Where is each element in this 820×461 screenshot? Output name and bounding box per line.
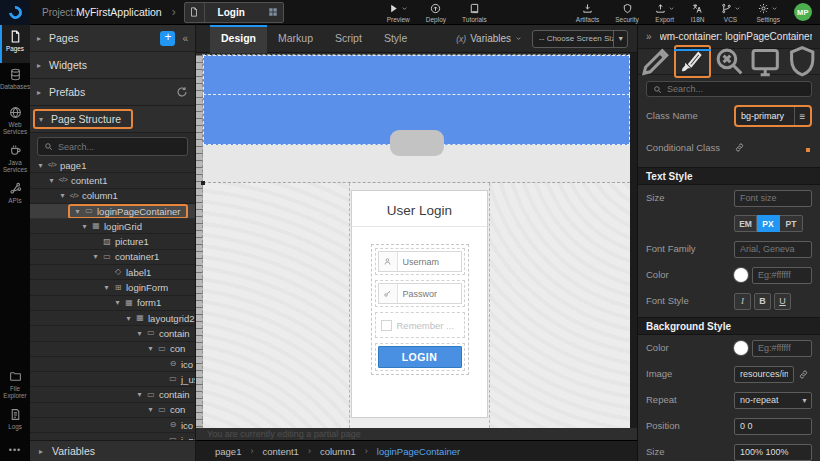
activity-item-databases[interactable]: Databases [0, 63, 30, 101]
tree-item-j_pa[interactable]: ▭j_pa [30, 433, 195, 440]
font-size-input[interactable] [734, 190, 812, 207]
editor-tab-script[interactable]: Script [324, 25, 373, 53]
chevron-down-icon[interactable]: ▾ [134, 390, 145, 399]
picture-placeholder[interactable] [390, 130, 444, 156]
tree-item-loginGrid[interactable]: ▾▦loginGrid [30, 219, 195, 234]
canvas-scrollbar-gutter[interactable] [630, 53, 637, 428]
section-prefabs[interactable]: ▸ Prefabs [30, 79, 195, 106]
section-pages[interactable]: ▸ Pages + « [30, 25, 195, 52]
tree-item-content1[interactable]: ▾</>content1 [30, 173, 195, 188]
section-page-structure[interactable]: ▾ Page Structure [30, 106, 195, 133]
activity-item-java-services[interactable]: Java Services [0, 139, 30, 177]
font-family-input[interactable] [734, 241, 812, 258]
variables-section[interactable]: ▸ Variables [30, 440, 195, 461]
login-page-container-header[interactable] [203, 55, 630, 95]
preview-button[interactable]: Preview [379, 0, 418, 25]
activity-item-web-services[interactable]: Web Services [0, 101, 30, 139]
tree-item-container1[interactable]: ▾▭container1 [30, 250, 195, 265]
inspector-tab-device[interactable] [747, 49, 783, 74]
font-style-button-i[interactable]: I [734, 293, 751, 310]
breadcrumb-item-loginPageContainer[interactable]: loginPageContainer [377, 446, 460, 457]
chevron-down-icon[interactable]: ▾ [145, 344, 156, 353]
activity-item-pages[interactable]: Pages [0, 25, 30, 63]
tree-item-con[interactable]: ▾▭con [30, 403, 195, 418]
text-color-swatch[interactable] [734, 268, 748, 282]
grid-layout-icon[interactable] [263, 3, 283, 22]
remember-me-checkbox[interactable] [381, 320, 392, 331]
inspector-tab-styles[interactable] [674, 49, 710, 74]
canvas-left-column[interactable] [203, 183, 350, 428]
unit-button-px[interactable]: PX [757, 215, 780, 232]
tutorials-button[interactable]: Tutorials [454, 0, 495, 25]
chevron-down-icon[interactable]: ▾ [79, 222, 90, 231]
breadcrumb-item-content1[interactable]: content1 [262, 446, 298, 457]
tree-item-layoutgrid2[interactable]: ▾▦layoutgrid2 [30, 311, 195, 326]
login-button[interactable]: LOGIN [378, 346, 462, 368]
chevron-down-icon[interactable]: ▾ [57, 191, 68, 200]
security-button[interactable]: Security [607, 0, 646, 25]
chevron-down-icon[interactable]: ▾ [134, 329, 145, 338]
add-page-button[interactable]: + [160, 31, 175, 46]
bg-repeat-select[interactable]: no-repeat ▼ [734, 392, 812, 409]
page-tab-login[interactable]: Login [184, 2, 284, 23]
settings-button[interactable]: Settings [749, 0, 789, 25]
tree-item-ico[interactable]: ⊖ico [30, 418, 195, 433]
activity-item-logs[interactable]: Logs [0, 403, 30, 441]
screen-size-select[interactable]: -- Choose Screen Size -- ▼ [532, 30, 628, 48]
collapse-panel-icon[interactable]: » [646, 31, 652, 42]
username-field-row[interactable] [375, 248, 465, 275]
tree-item-loginForm[interactable]: ▾⊞loginForm [30, 280, 195, 295]
canvas-page[interactable]: User Login [203, 55, 630, 428]
breadcrumb-item-page1[interactable]: page1 [215, 446, 241, 457]
deploy-button[interactable]: Deploy [418, 0, 454, 25]
chevron-down-icon[interactable]: ▾ [46, 176, 57, 185]
bg-color-input[interactable] [752, 340, 812, 357]
password-input[interactable] [398, 284, 461, 303]
activity-item-file-explorer[interactable]: File Explorer [0, 365, 30, 403]
activity-overflow[interactable]: ••• [0, 441, 30, 461]
tree-item-con[interactable]: ▾▭con [30, 342, 195, 357]
bg-color-swatch[interactable] [734, 341, 748, 355]
bg-size-input[interactable] [734, 444, 812, 461]
tree-search-input[interactable] [58, 142, 181, 152]
vcs-button[interactable]: VCS [713, 0, 749, 25]
password-field-row[interactable] [375, 280, 465, 307]
chevron-down-icon[interactable]: ▾ [145, 405, 156, 414]
artifacts-button[interactable]: Artifacts [568, 0, 607, 25]
tree-item-form1[interactable]: ▾▦form1 [30, 296, 195, 311]
tree-item-j_us[interactable]: ▭j_us [30, 372, 195, 387]
chevron-down-icon[interactable]: ▾ [35, 161, 46, 170]
username-input[interactable] [398, 252, 461, 271]
collapse-panel-icon[interactable]: « [182, 33, 188, 44]
export-button[interactable]: Export [647, 0, 683, 25]
unit-button-em[interactable]: EM [734, 215, 757, 232]
section-widgets[interactable]: ▸ Widgets [30, 52, 195, 79]
class-name-input[interactable] [736, 107, 794, 125]
unit-button-pt[interactable]: PT [780, 215, 803, 232]
tree-item-contain[interactable]: ▾▭contain [30, 326, 195, 341]
editor-tab-style[interactable]: Style [373, 25, 418, 53]
bind-link-icon[interactable] [798, 369, 809, 380]
bg-image-input[interactable] [734, 366, 794, 383]
inspector-tab-inspect[interactable] [711, 49, 747, 74]
chevron-down-icon[interactable]: ▾ [101, 283, 112, 292]
tree-item-contain[interactable]: ▾▭contain [30, 387, 195, 402]
login-card[interactable]: User Login [351, 190, 488, 418]
text-color-input[interactable] [752, 267, 812, 284]
canvas-right-column[interactable] [489, 183, 630, 428]
tree-item-ico[interactable]: ⊖ico [30, 357, 195, 372]
activity-item-apis[interactable]: APIs [0, 177, 30, 215]
font-style-button-u[interactable]: U [774, 293, 791, 310]
remember-me-row[interactable]: Remember ... [375, 312, 465, 338]
tree-item-column1[interactable]: ▾</>column1 [30, 189, 195, 204]
avatar[interactable]: MP [794, 3, 812, 21]
chevron-down-icon[interactable]: ▾ [72, 207, 83, 216]
login-form[interactable]: Remember ... LOGIN [371, 244, 469, 375]
inspector-search-input[interactable] [667, 84, 805, 94]
tree-item-loginPageContainer[interactable]: ▾▭loginPageContainer [30, 204, 195, 219]
chevron-down-icon[interactable]: ▾ [123, 314, 134, 323]
inspector-tab-security[interactable] [784, 49, 820, 74]
editor-tab-design[interactable]: Design [210, 25, 267, 53]
editor-tab-markup[interactable]: Markup [267, 25, 324, 53]
tree-item-label1[interactable]: ◇label1 [30, 265, 195, 280]
